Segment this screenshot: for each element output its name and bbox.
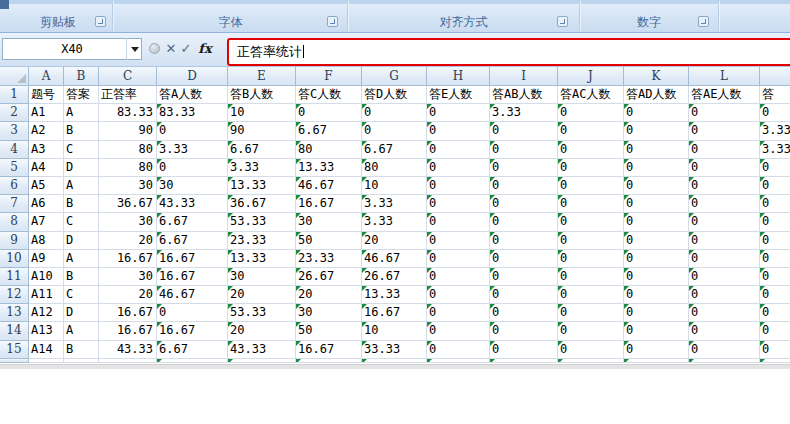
cell-rate[interactable]: 16.67: [99, 250, 157, 268]
enter-icon[interactable]: ✓: [179, 39, 193, 59]
cell-count[interactable]: 0: [624, 195, 689, 213]
cell-count[interactable]: 0: [689, 232, 760, 250]
cell-count[interactable]: 13.33: [228, 250, 296, 268]
cell-count[interactable]: 0: [427, 341, 490, 359]
cell-count[interactable]: 0: [490, 268, 558, 286]
cell-count[interactable]: 13.33: [362, 286, 427, 304]
cell-count[interactable]: 0: [558, 141, 624, 159]
cell-partial[interactable]: [296, 359, 362, 363]
cell-count[interactable]: 53.33: [228, 304, 296, 322]
header-cell[interactable]: 答AE人数: [689, 86, 760, 104]
cell-count[interactable]: 23.33: [228, 232, 296, 250]
cell-partial[interactable]: [228, 359, 296, 363]
cell-count[interactable]: 3.33: [157, 141, 228, 159]
cell-count[interactable]: 53.33: [228, 213, 296, 231]
formula-input-highlight[interactable]: 正答率统计: [227, 38, 790, 66]
cell-count[interactable]: 0: [490, 177, 558, 195]
cell-count[interactable]: 83.33: [157, 104, 228, 122]
cell-partial[interactable]: [64, 359, 99, 363]
formula-input-text[interactable]: 正答率统计: [237, 43, 304, 61]
row-header-9[interactable]: 9: [0, 232, 29, 250]
cell-count[interactable]: 30: [157, 177, 228, 195]
cell-count[interactable]: 0: [624, 159, 689, 177]
column-header-B[interactable]: B: [64, 67, 99, 86]
cell-partial[interactable]: [427, 359, 490, 363]
cell-count[interactable]: 0: [689, 286, 760, 304]
row-header-13[interactable]: 13: [0, 304, 29, 322]
cell-count[interactable]: 30: [296, 213, 362, 231]
cell-count[interactable]: 0: [760, 268, 790, 286]
cell-count[interactable]: 0: [427, 141, 490, 159]
cell-rate[interactable]: 16.67: [99, 304, 157, 322]
cell-count[interactable]: 0: [558, 104, 624, 122]
header-cell[interactable]: 答: [760, 86, 790, 104]
cell-count[interactable]: 10: [228, 104, 296, 122]
cell-count[interactable]: 0: [490, 322, 558, 340]
cell-question[interactable]: A5: [29, 177, 64, 195]
cell-rate[interactable]: 30: [99, 177, 157, 195]
cell-count[interactable]: 0: [490, 304, 558, 322]
header-cell[interactable]: 题号: [29, 86, 64, 104]
cell-count[interactable]: 0: [760, 341, 790, 359]
cell-count[interactable]: 6.67: [157, 232, 228, 250]
cell-count[interactable]: 0: [362, 122, 427, 140]
cell-count[interactable]: 0: [427, 213, 490, 231]
cell-count[interactable]: 0: [157, 159, 228, 177]
cell-answer[interactable]: A: [64, 177, 99, 195]
cell-partial[interactable]: [362, 359, 427, 363]
cell-count[interactable]: 50: [296, 322, 362, 340]
cell-count[interactable]: 26.67: [296, 268, 362, 286]
cell-answer[interactable]: D: [64, 304, 99, 322]
cell-count[interactable]: 0: [689, 250, 760, 268]
column-header-L[interactable]: L: [689, 67, 760, 86]
cell-question[interactable]: A11: [29, 286, 64, 304]
column-header-H[interactable]: H: [427, 67, 490, 86]
header-cell[interactable]: 答AD人数: [624, 86, 689, 104]
cell-count[interactable]: 30: [228, 268, 296, 286]
cell-count[interactable]: 0: [624, 341, 689, 359]
select-all-corner[interactable]: [0, 67, 29, 86]
cell-partial[interactable]: [760, 359, 790, 363]
cell-count[interactable]: 16.67: [296, 341, 362, 359]
cell-count[interactable]: 0: [689, 122, 760, 140]
cell-answer[interactable]: C: [64, 286, 99, 304]
cell-count[interactable]: 16.67: [157, 322, 228, 340]
cell-answer[interactable]: D: [64, 159, 99, 177]
row-header-2[interactable]: 2: [0, 104, 29, 122]
cell-count[interactable]: 0: [689, 177, 760, 195]
cell-count[interactable]: 0: [427, 232, 490, 250]
cell-question[interactable]: A1: [29, 104, 64, 122]
row-header-8[interactable]: 8: [0, 213, 29, 231]
cell-question[interactable]: A2: [29, 122, 64, 140]
cell-count[interactable]: 90: [228, 122, 296, 140]
cell-count[interactable]: 20: [228, 322, 296, 340]
cell-answer[interactable]: B: [64, 122, 99, 140]
column-header-K[interactable]: K: [624, 67, 689, 86]
cell-count[interactable]: 0: [296, 104, 362, 122]
cell-rate[interactable]: 83.33: [99, 104, 157, 122]
row-header-partial[interactable]: [0, 359, 29, 363]
cell-count[interactable]: 0: [689, 268, 760, 286]
cell-count[interactable]: 43.33: [228, 341, 296, 359]
cell-question[interactable]: A13: [29, 322, 64, 340]
cell-rate[interactable]: 20: [99, 232, 157, 250]
alignment-dialog-launcher-icon[interactable]: [557, 16, 568, 27]
cell-count[interactable]: 0: [760, 177, 790, 195]
cell-count[interactable]: 3.33: [228, 159, 296, 177]
name-box-dropdown-icon[interactable]: [126, 38, 142, 60]
cell-answer[interactable]: A: [64, 104, 99, 122]
cell-count[interactable]: 23.33: [296, 250, 362, 268]
cell-count[interactable]: 0: [427, 250, 490, 268]
cell-answer[interactable]: B: [64, 341, 99, 359]
cell-question[interactable]: A10: [29, 268, 64, 286]
cell-count[interactable]: 0: [624, 122, 689, 140]
cell-rate[interactable]: 80: [99, 141, 157, 159]
cell-rate[interactable]: 36.67: [99, 195, 157, 213]
cell-count[interactable]: 13.33: [296, 159, 362, 177]
cell-count[interactable]: 43.33: [157, 195, 228, 213]
cell-partial[interactable]: [689, 359, 760, 363]
cell-count[interactable]: 50: [296, 232, 362, 250]
header-cell[interactable]: 正答率: [99, 86, 157, 104]
cell-count[interactable]: 3.33: [362, 195, 427, 213]
cell-answer[interactable]: A: [64, 322, 99, 340]
